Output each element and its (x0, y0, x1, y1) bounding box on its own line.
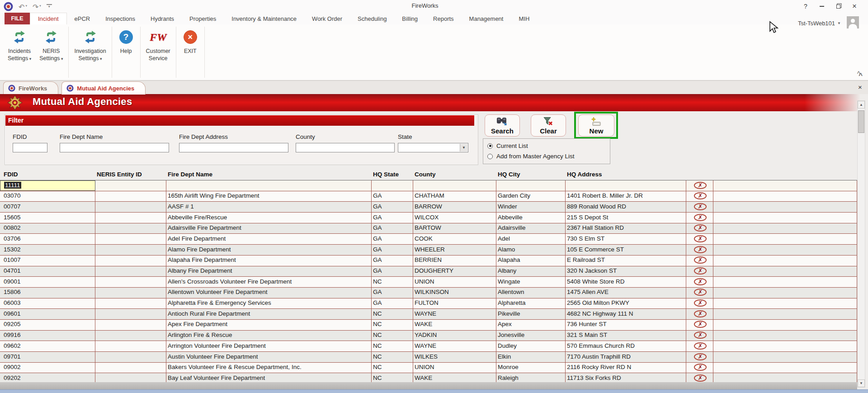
redo-button[interactable]: ↷▾ (33, 1, 41, 12)
ribbon-button-incidents-settings[interactable]: IncidentsSettings (4, 24, 35, 80)
table-row[interactable]: 03706Adel Fire DepartmentGACOOKAdel730 S… (0, 234, 857, 245)
ribbon-button-exit[interactable]: ×EXIT (178, 24, 203, 80)
table-row[interactable]: 09916Arlington Fire & RescueNCYADKINJone… (0, 331, 857, 341)
vertical-scrollbar[interactable]: ▲ ▼ (857, 100, 865, 388)
cell-fdid[interactable]: 09001 (0, 277, 95, 287)
delete-row-icon[interactable]: ✗ (694, 235, 707, 242)
delete-row-icon[interactable]: ✗ (694, 299, 707, 307)
cell-fdid[interactable]: 15605 (0, 213, 95, 223)
minimize-button[interactable] (814, 1, 830, 12)
table-row[interactable]: 09601Antioch Rural Fire DepartmentNCWAYN… (0, 309, 857, 320)
chevron-up-icon[interactable]: ^ (857, 70, 860, 77)
cell-fdid[interactable]: 09601 (0, 309, 95, 319)
avatar[interactable] (847, 16, 859, 28)
delete-row-icon[interactable]: ✗ (694, 214, 707, 221)
delete-row-icon[interactable]: ✗ (694, 267, 707, 275)
delete-row-icon[interactable]: ✗ (694, 342, 707, 350)
chevron-down-icon[interactable]: ▼ (460, 144, 467, 152)
scroll-down-icon[interactable]: ▼ (858, 379, 865, 387)
user-menu[interactable]: Tst-TsWeb101 ▼ (798, 20, 841, 27)
table-row[interactable]: 00707AASF # 1GABARROWWinder889 Ronald Wo… (0, 202, 857, 213)
county-input[interactable] (296, 143, 395, 152)
column-header-hq-state[interactable]: HQ State (372, 170, 413, 180)
customize-toolbar-icon[interactable]: ▾ (47, 4, 52, 9)
cell-fdid[interactable]: 03070 (0, 191, 95, 202)
scroll-up-icon[interactable]: ▲ (858, 101, 865, 109)
ribbon-button-neris-settings[interactable]: NERISSettings (35, 24, 67, 80)
delete-row-icon[interactable]: ✗ (694, 246, 707, 253)
cell-fdid[interactable]: 01007 (0, 256, 95, 266)
menu-tab-epcr[interactable]: ePCR (67, 13, 98, 24)
menu-tab-hydrants[interactable]: Hydrants (143, 13, 182, 24)
menu-tab-billing[interactable]: Billing (394, 13, 425, 24)
table-row[interactable]: 09001Allen's Crossroads Volunteer Fire D… (0, 277, 857, 288)
horizontal-scrollbar[interactable] (0, 382, 857, 389)
radio-option-add-from-master-agency-list[interactable]: Add from Master Agency List (487, 153, 575, 160)
restore-button[interactable] (830, 1, 846, 12)
menu-tab-reports[interactable]: Reports (425, 13, 462, 24)
radio-option-current-list[interactable]: Current List (487, 142, 528, 149)
table-row[interactable]: 09701Austin Volunteer Fire DepartmentNCW… (0, 352, 857, 363)
close-tab-icon[interactable]: × (858, 83, 862, 91)
delete-row-icon[interactable]: ✗ (694, 353, 707, 360)
cell-fdid[interactable]: 09602 (0, 341, 95, 351)
cell-fdid[interactable]: 11111 (0, 180, 95, 191)
column-header-county[interactable]: County (413, 170, 496, 180)
delete-row-icon[interactable]: ✗ (694, 374, 707, 382)
table-row[interactable]: 15806Allentown Volunteer Fire Department… (0, 288, 857, 298)
clear-button[interactable]: Clear (531, 114, 566, 137)
cell-fdid[interactable]: 06003 (0, 298, 95, 309)
fire-dept-name-input[interactable] (60, 143, 169, 152)
delete-row-icon[interactable]: ✗ (694, 321, 707, 328)
search-button[interactable]: Search (485, 114, 520, 137)
menu-tab-work-order[interactable]: Work Order (304, 13, 350, 24)
cell-fdid[interactable]: 03706 (0, 234, 95, 244)
cell-fdid[interactable]: 09002 (0, 363, 95, 373)
cell-fdid[interactable]: 04701 (0, 266, 95, 277)
delete-row-icon[interactable]: ✗ (694, 310, 707, 317)
table-row[interactable]: 09602Arrington Volunteer Fire Department… (0, 341, 857, 352)
ribbon-button-investigation-settings[interactable]: InvestigationSettings (70, 24, 110, 80)
table-row[interactable]: 04701Albany Fire DepartmentGADOUGHERTYAl… (0, 266, 857, 277)
delete-row-icon[interactable]: ✗ (694, 364, 707, 371)
cell-fdid[interactable]: 00707 (0, 202, 95, 212)
delete-row-icon[interactable]: ✗ (694, 331, 707, 339)
column-header-hq-address[interactable]: HQ Address (566, 170, 686, 180)
table-row[interactable]: 03070165th Airlift Wing Fire DepartmentG… (0, 191, 857, 202)
doc-tab-fireworks[interactable]: FireWorks (3, 81, 58, 95)
table-row[interactable]: 06003Alpharetta Fire & Emergency Service… (0, 298, 857, 309)
table-row[interactable]: 15302Alamo Fire DepartmentGAWHEELERAlamo… (0, 245, 857, 256)
fire-dept-address-input[interactable] (179, 143, 288, 152)
menu-tab-file[interactable]: FILE (5, 13, 30, 24)
cell-fdid[interactable]: 09205 (0, 320, 95, 330)
column-header-fdid[interactable]: FDID (0, 170, 95, 180)
delete-row-icon[interactable]: ✗ (694, 256, 707, 264)
cell-fdid[interactable]: 09701 (0, 352, 95, 362)
new-button[interactable]: New (578, 114, 614, 137)
close-button[interactable]: × (846, 1, 863, 12)
cell-fdid[interactable]: 15806 (0, 288, 95, 298)
menu-tab-incident[interactable]: Incident (30, 13, 67, 24)
menu-tab-management[interactable]: Management (462, 13, 511, 24)
fdid-input[interactable] (13, 143, 47, 152)
column-header-fire-dept-name[interactable]: Fire Dept Name (166, 170, 372, 180)
state-select[interactable]: ▼ (398, 143, 468, 152)
menu-tab-mih[interactable]: MIH (511, 13, 537, 24)
radio-selected-icon[interactable] (487, 143, 493, 149)
cell-fdid[interactable]: 00802 (0, 223, 95, 234)
column-header-hq-city[interactable]: HQ City (496, 170, 566, 180)
scrollbar-thumb[interactable] (858, 110, 864, 133)
window-help-button[interactable]: ? (797, 1, 814, 12)
table-row[interactable]: 01007Alapaha Fire DepartmentGABERRIENAla… (0, 256, 857, 266)
table-row[interactable]: 09205Apex Fire DepartmentNCWAKEApex736 H… (0, 320, 857, 331)
menu-tab-inventory-maintenance[interactable]: Inventory & Maintenance (224, 13, 304, 24)
menu-tab-inspections[interactable]: Inspections (98, 13, 143, 24)
table-row[interactable]: 00802Adairsville Fire DepartmentGABARTOW… (0, 223, 857, 234)
delete-row-icon[interactable]: ✗ (694, 278, 707, 285)
radio-unselected-icon[interactable] (487, 154, 493, 159)
delete-row-icon[interactable]: ✗ (694, 192, 707, 199)
ribbon-button-help[interactable]: ?Help (113, 24, 139, 80)
delete-row-icon[interactable]: ✗ (694, 289, 707, 296)
undo-button[interactable]: ↶▾ (19, 1, 27, 12)
column-header-neris-entity-id[interactable]: NERIS Entity ID (95, 170, 166, 180)
